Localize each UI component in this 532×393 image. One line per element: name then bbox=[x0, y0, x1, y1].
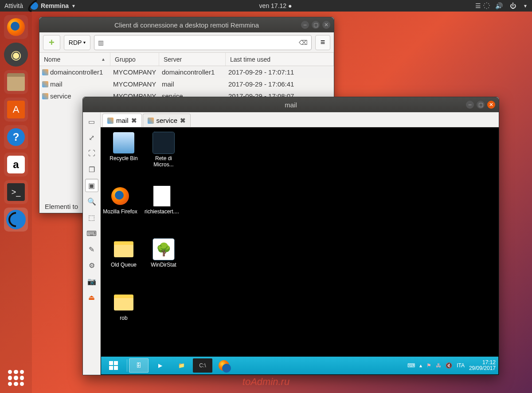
col-group[interactable]: Gruppo bbox=[110, 53, 159, 66]
menu-button[interactable]: ≡ bbox=[315, 35, 330, 50]
taskbar-firefox[interactable] bbox=[214, 358, 234, 373]
table-row[interactable]: domaincontroller1 MYCOMPANY domaincontro… bbox=[39, 66, 334, 78]
tool-refresh[interactable]: ✎ bbox=[85, 243, 98, 256]
desktop-firefox[interactable]: Mozilla Firefox bbox=[102, 185, 138, 215]
connection-table-header: Nome▲ Gruppo Server Last time used bbox=[39, 53, 334, 66]
tool-prefs[interactable]: ⚙ bbox=[85, 259, 98, 272]
windirstat-icon: 🌳 bbox=[153, 239, 174, 260]
tab-mail[interactable]: mail ✖ bbox=[102, 114, 142, 127]
connection-icon bbox=[42, 69, 48, 75]
tab-service[interactable]: service ✖ bbox=[143, 114, 191, 127]
col-last[interactable]: Last time used bbox=[226, 53, 334, 66]
recyclebin-icon bbox=[113, 132, 134, 153]
desktop-windirstat[interactable]: 🌳 WinDirStat bbox=[145, 239, 182, 268]
tray-keyboard-icon[interactable]: ⌨ bbox=[407, 362, 415, 369]
launcher-rhythmbox[interactable]: ◉ bbox=[4, 43, 28, 67]
quick-connect-input[interactable] bbox=[106, 39, 299, 46]
panel-clock[interactable]: ven 17.12 bbox=[259, 2, 287, 9]
firefox-icon bbox=[7, 18, 25, 36]
win2-titlebar[interactable]: mail – ▢ ✕ bbox=[83, 97, 499, 112]
desktop-file[interactable]: richiestacert.... bbox=[144, 185, 180, 215]
launcher-software[interactable]: A bbox=[4, 98, 28, 122]
win1-maximize[interactable]: ▢ bbox=[312, 21, 320, 29]
tool-screen[interactable]: ▭ bbox=[85, 115, 98, 128]
taskbar-start[interactable] bbox=[104, 358, 123, 373]
col-name[interactable]: Nome▲ bbox=[39, 53, 110, 66]
taskbar-cmd[interactable]: C:\ bbox=[193, 358, 212, 373]
tool-screenshot[interactable]: 📷 bbox=[85, 275, 98, 288]
power-icon[interactable]: ⏻ bbox=[510, 2, 516, 9]
win1-minimize[interactable]: – bbox=[301, 21, 309, 29]
top-panel: Attività Remmina ▼ ven 17.12 ● ☰ ꙰ 🔊 ⏻ ▼ bbox=[0, 0, 532, 12]
tray-network-icon[interactable]: 🖧 bbox=[436, 362, 441, 369]
win1-titlebar[interactable]: Client di connessione a desktop remoti R… bbox=[39, 17, 334, 32]
col-server[interactable]: Server bbox=[159, 53, 226, 66]
win2-close[interactable]: ✕ bbox=[487, 101, 495, 109]
tray-clock[interactable]: 17:12 29/09/2017 bbox=[469, 360, 496, 371]
remote-taskbar: 🗄 ▶ 📁 C:\ ⌨ ▴ ⚑ 🖧 🔇 ITA 17:12 2 bbox=[101, 357, 498, 374]
win2-maximize[interactable]: ▢ bbox=[477, 101, 485, 109]
activities-button[interactable]: Attività bbox=[4, 2, 23, 9]
tool-zoom[interactable]: 🔍 bbox=[85, 195, 98, 208]
taskbar-explorer[interactable]: 📁 bbox=[172, 358, 191, 373]
app-menu[interactable]: Remmina ▼ bbox=[30, 2, 76, 10]
tool-fullscreen[interactable]: ⛶ bbox=[85, 147, 98, 160]
tool-scale[interactable]: ▣ bbox=[85, 179, 98, 192]
remote-desktop-view[interactable]: Recycle Bin Rete di Micros... Mozilla Fi… bbox=[101, 127, 499, 375]
session-tabs: mail ✖ service ✖ bbox=[101, 112, 499, 127]
tab-close-icon[interactable]: ✖ bbox=[180, 117, 186, 125]
win2-title: mail bbox=[285, 101, 297, 109]
launcher-firefox[interactable] bbox=[4, 15, 28, 39]
tool-keyboard[interactable]: ⌨ bbox=[85, 227, 98, 240]
connection-icon bbox=[42, 93, 48, 99]
tool-grab[interactable]: ⬚ bbox=[85, 211, 98, 224]
help-icon: ? bbox=[7, 128, 25, 146]
quick-connect-field[interactable]: ▥ ⌫ bbox=[94, 35, 312, 50]
launcher-terminal[interactable]: >_ bbox=[4, 180, 28, 204]
connection-icon bbox=[148, 118, 154, 124]
volume-icon[interactable]: 🔊 bbox=[495, 2, 503, 9]
files-icon bbox=[7, 73, 25, 91]
tray-up-icon[interactable]: ▴ bbox=[419, 362, 422, 369]
notification-dot: ● bbox=[288, 2, 292, 9]
new-connection-button[interactable]: + bbox=[43, 35, 60, 50]
system-menu-chevron[interactable]: ▼ bbox=[523, 4, 528, 8]
launcher-files[interactable] bbox=[4, 70, 28, 94]
show-applications[interactable] bbox=[8, 370, 24, 386]
connection-icon bbox=[107, 118, 113, 124]
tool-disconnect[interactable]: ⏏ bbox=[85, 291, 98, 304]
accessibility-icon[interactable]: ☰ bbox=[475, 2, 481, 9]
desktop-recyclebin[interactable]: Recycle Bin bbox=[106, 132, 142, 161]
software-icon: A bbox=[7, 101, 25, 118]
tray-flag-icon[interactable]: ⚑ bbox=[426, 362, 431, 369]
remmina-session-window: mail – ▢ ✕ ▭ ⤢ ⛶ ❐ ▣ 🔍 ⬚ ⌨ ✎ ⚙ 📷 ⏏ mail bbox=[82, 97, 499, 375]
clear-icon[interactable]: ⌫ bbox=[299, 39, 308, 46]
win2-minimize[interactable]: – bbox=[466, 101, 474, 109]
table-row[interactable]: mail MYCOMPANY mail 2017-09-29 - 17:06:4… bbox=[39, 78, 334, 90]
tray-volume-icon[interactable]: 🔇 bbox=[446, 362, 452, 369]
tool-switch[interactable]: ❐ bbox=[85, 163, 98, 176]
remmina-icon bbox=[6, 210, 26, 229]
sort-asc-icon: ▲ bbox=[101, 57, 106, 62]
windows-icon bbox=[109, 361, 118, 370]
protocol-select[interactable]: RDP ▾ bbox=[64, 35, 91, 50]
taskbar-server-manager[interactable]: 🗄 bbox=[129, 358, 149, 373]
tab-close-icon[interactable]: ✖ bbox=[131, 117, 137, 125]
tray-lang[interactable]: ITA bbox=[457, 362, 465, 369]
taskbar-powershell[interactable]: ▶ bbox=[150, 358, 170, 373]
tool-fit[interactable]: ⤢ bbox=[85, 131, 98, 144]
folder-icon bbox=[113, 239, 134, 260]
firefox-icon bbox=[219, 360, 229, 371]
desktop-oldqueue[interactable]: Old Queue bbox=[106, 239, 142, 268]
launcher-amazon[interactable]: a bbox=[4, 153, 28, 177]
desktop-rob[interactable]: rob bbox=[106, 292, 142, 321]
win1-toolbar: + RDP ▾ ▥ ⌫ ≡ bbox=[39, 32, 334, 53]
launcher-help[interactable]: ? bbox=[4, 125, 28, 149]
chevron-down-icon: ▼ bbox=[71, 4, 76, 8]
win1-close[interactable]: ✕ bbox=[322, 21, 330, 29]
launcher-remmina[interactable] bbox=[4, 208, 28, 232]
terminal-icon: >_ bbox=[7, 183, 25, 201]
connect-icon: ▥ bbox=[98, 39, 104, 46]
desktop-network[interactable]: Rete di Micros... bbox=[145, 132, 182, 168]
launcher-dock: ◉ A ? a >_ bbox=[0, 12, 32, 393]
